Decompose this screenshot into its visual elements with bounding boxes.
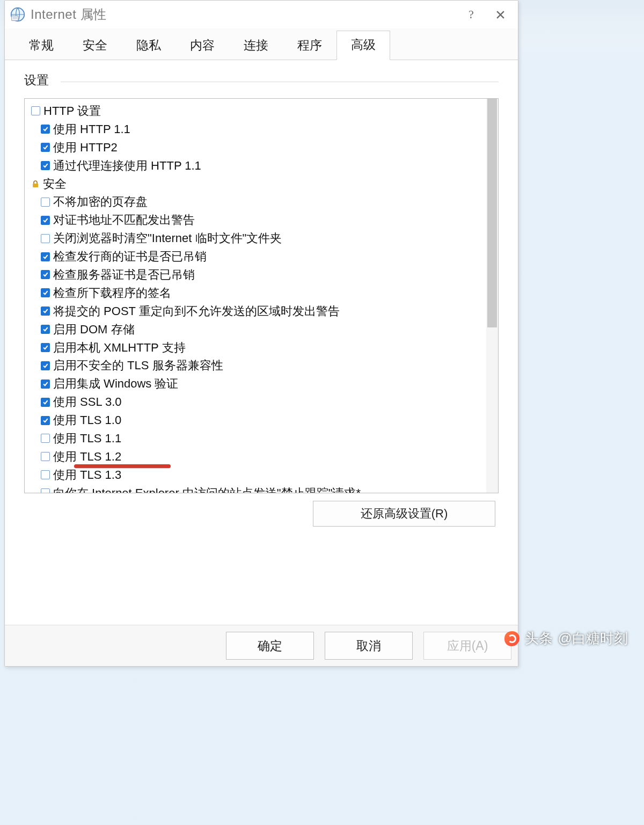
tab-6[interactable]: 高级 — [336, 31, 390, 60]
watermark-logo-icon — [504, 631, 519, 646]
tab-2[interactable]: 隐私 — [122, 31, 175, 60]
tab-0[interactable]: 常规 — [14, 31, 68, 60]
checkbox[interactable] — [41, 125, 50, 134]
tree-item-1[interactable]: 使用 HTTP 1.1 — [29, 120, 483, 138]
tree-item-label: 安全 — [43, 176, 67, 193]
svg-rect-4 — [33, 184, 38, 187]
tree-item-label: 启用 DOM 存储 — [53, 321, 135, 338]
tree-item-14[interactable]: 启用不安全的 TLS 服务器兼容性 — [29, 356, 483, 375]
globe-icon — [10, 7, 25, 22]
checkbox[interactable] — [41, 416, 50, 425]
window-title: Internet 属性 — [31, 6, 457, 23]
checkbox[interactable] — [41, 325, 50, 334]
tab-3[interactable]: 内容 — [175, 31, 229, 60]
tree-item-label: 检查服务器证书是否已吊销 — [53, 266, 195, 283]
tree-item-20[interactable]: 使用 TLS 1.3 — [29, 466, 483, 484]
close-button[interactable] — [486, 3, 515, 26]
tree-item-label: 关闭浏览器时清空"Internet 临时文件"文件夹 — [53, 230, 282, 247]
tab-5[interactable]: 程序 — [283, 31, 336, 60]
tree-item-label: 启用集成 Windows 验证 — [53, 375, 178, 392]
settings-group-header: 设置 — [24, 72, 499, 89]
tree-item-13[interactable]: 启用本机 XMLHTTP 支持 — [29, 339, 483, 357]
close-icon — [496, 10, 505, 19]
tree-item-0[interactable]: HTTP 设置 — [29, 102, 483, 120]
checkbox[interactable] — [41, 161, 50, 170]
group-divider — [61, 82, 499, 82]
section-glyph — [31, 106, 40, 115]
tree-item-label: 向你在 Internet Explorer 中访问的站点发送"禁止跟踪"请求* — [53, 485, 361, 493]
tree-item-label: 对证书地址不匹配发出警告 — [53, 211, 195, 229]
tree-item-4[interactable]: 安全 — [29, 175, 483, 193]
tree-item-label: 通过代理连接使用 HTTP 1.1 — [53, 157, 201, 174]
tree-item-18[interactable]: 使用 TLS 1.1 — [29, 429, 483, 448]
checkbox[interactable] — [41, 398, 50, 407]
checkbox[interactable] — [41, 216, 50, 225]
restore-advanced-button[interactable]: 还原高级设置(R) — [313, 501, 495, 527]
tab-bar: 常规安全隐私内容连接程序高级 — [5, 28, 518, 60]
tree-item-5[interactable]: 不将加密的页存盘 — [29, 193, 483, 211]
checkbox[interactable] — [41, 470, 50, 479]
watermark: 头条 @白糖时刻 — [504, 629, 628, 648]
tree-item-label: 使用 TLS 1.3 — [53, 466, 121, 484]
tree-item-label: 不将加密的页存盘 — [53, 193, 148, 210]
scrollbar-thumb[interactable] — [487, 99, 497, 327]
ok-button[interactable]: 确定 — [226, 632, 314, 660]
settings-tree[interactable]: HTTP 设置使用 HTTP 1.1使用 HTTP2通过代理连接使用 HTTP … — [25, 99, 498, 493]
tab-4[interactable]: 连接 — [229, 31, 283, 60]
scrollbar[interactable] — [486, 99, 498, 493]
tree-item-9[interactable]: 检查服务器证书是否已吊销 — [29, 266, 483, 284]
checkbox[interactable] — [41, 488, 50, 493]
tree-item-label: 将提交的 POST 重定向到不允许发送的区域时发出警告 — [53, 303, 340, 320]
tree-item-10[interactable]: 检查所下载程序的签名 — [29, 284, 483, 302]
watermark-handle: @白糖时刻 — [558, 629, 628, 648]
tree-item-label: 检查发行商的证书是否已吊销 — [53, 248, 207, 265]
tree-item-label: 使用 SSL 3.0 — [53, 393, 122, 411]
checkbox[interactable] — [41, 198, 50, 207]
checkbox[interactable] — [41, 234, 50, 243]
checkbox[interactable] — [41, 306, 50, 316]
checkbox[interactable] — [41, 361, 50, 370]
tree-item-label: 启用不安全的 TLS 服务器兼容性 — [53, 357, 223, 374]
checkbox[interactable] — [41, 379, 50, 389]
tab-1[interactable]: 安全 — [68, 31, 122, 60]
cancel-button[interactable]: 取消 — [325, 632, 413, 660]
tree-item-3[interactable]: 通过代理连接使用 HTTP 1.1 — [29, 157, 483, 175]
tree-item-12[interactable]: 启用 DOM 存储 — [29, 320, 483, 339]
checkbox[interactable] — [41, 434, 50, 443]
help-button[interactable]: ? — [457, 3, 486, 26]
lock-icon — [31, 180, 40, 188]
svg-rect-1 — [12, 16, 18, 21]
tree-item-label: 使用 TLS 1.2 — [53, 448, 121, 465]
checkbox[interactable] — [41, 270, 50, 279]
watermark-prefix: 头条 — [525, 629, 553, 648]
tree-item-label: HTTP 设置 — [43, 103, 101, 120]
checkbox[interactable] — [41, 143, 50, 152]
internet-properties-dialog: Internet 属性 ? 常规安全隐私内容连接程序高级 设置 HTTP 设置使… — [4, 0, 518, 667]
tree-item-7[interactable]: 关闭浏览器时清空"Internet 临时文件"文件夹 — [29, 229, 483, 247]
tree-item-label: 检查所下载程序的签名 — [53, 284, 171, 302]
checkbox[interactable] — [41, 452, 50, 461]
tree-item-label: 使用 TLS 1.0 — [53, 412, 121, 429]
tree-item-21[interactable]: 向你在 Internet Explorer 中访问的站点发送"禁止跟踪"请求* — [29, 484, 483, 493]
checkbox[interactable] — [41, 343, 50, 352]
checkbox[interactable] — [41, 288, 50, 297]
tree-item-label: 使用 HTTP2 — [53, 139, 118, 156]
titlebar: Internet 属性 ? — [5, 1, 518, 28]
checkbox[interactable] — [41, 252, 50, 261]
tree-item-19[interactable]: 使用 TLS 1.2 — [29, 448, 483, 466]
tree-item-17[interactable]: 使用 TLS 1.0 — [29, 411, 483, 429]
tab-content-advanced: 设置 HTTP 设置使用 HTTP 1.1使用 HTTP2通过代理连接使用 HT… — [5, 60, 518, 625]
settings-label: 设置 — [24, 72, 61, 89]
apply-button[interactable]: 应用(A) — [423, 632, 511, 660]
tree-item-11[interactable]: 将提交的 POST 重定向到不允许发送的区域时发出警告 — [29, 302, 483, 320]
tree-item-label: 使用 HTTP 1.1 — [53, 121, 130, 138]
tree-item-6[interactable]: 对证书地址不匹配发出警告 — [29, 211, 483, 229]
tree-item-label: 启用本机 XMLHTTP 支持 — [53, 339, 186, 356]
tree-item-16[interactable]: 使用 SSL 3.0 — [29, 393, 483, 411]
tree-item-label: 使用 TLS 1.1 — [53, 430, 121, 447]
settings-tree-container: HTTP 设置使用 HTTP 1.1使用 HTTP2通过代理连接使用 HTTP … — [24, 98, 499, 493]
tree-item-2[interactable]: 使用 HTTP2 — [29, 138, 483, 157]
tree-item-15[interactable]: 启用集成 Windows 验证 — [29, 375, 483, 393]
tree-item-8[interactable]: 检查发行商的证书是否已吊销 — [29, 247, 483, 266]
dialog-footer: 确定 取消 应用(A) — [5, 625, 518, 666]
